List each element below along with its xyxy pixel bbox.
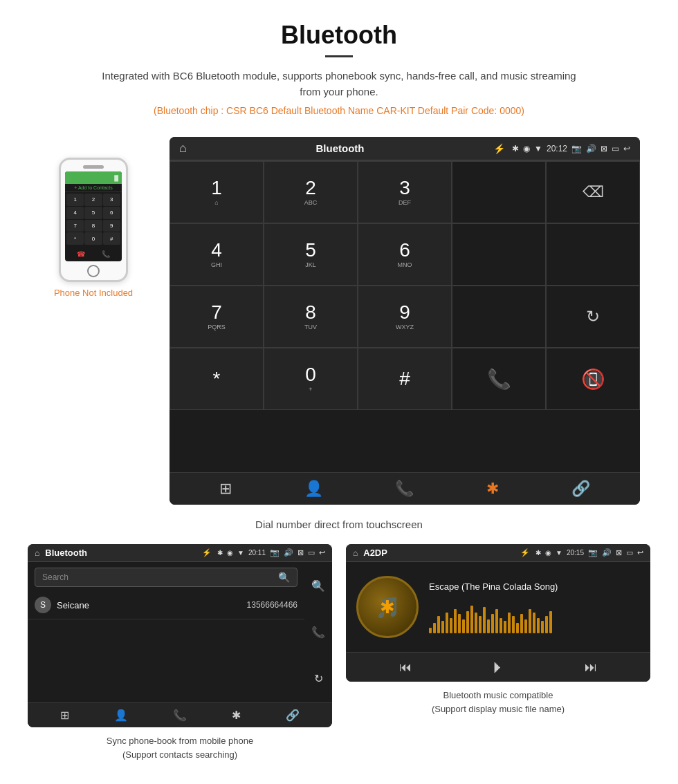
nav-grid-icon[interactable]: ⊞ xyxy=(219,480,232,498)
phone-add-contact: + Add to Contacts xyxy=(65,184,122,192)
signal-icon: ▼ xyxy=(534,144,542,153)
music-vol-icon[interactable]: 🔊 xyxy=(602,548,612,557)
play-pause-button[interactable]: ⏵ xyxy=(491,658,506,676)
pb-home-icon[interactable]: ⌂ xyxy=(35,548,39,558)
dial-key-5[interactable]: 5 JKL xyxy=(264,223,358,286)
dial-key-1[interactable]: 1 ⌂ xyxy=(170,161,264,223)
page-description: Integrated with BC6 Bluetooth module, su… xyxy=(97,68,581,100)
nav-link-icon[interactable]: 🔗 xyxy=(571,480,590,498)
pb-gps-icon: ◉ xyxy=(227,549,233,557)
phone-screen-top: ▓ xyxy=(65,171,122,184)
vis-bar-12 xyxy=(479,616,482,633)
dial-key-9[interactable]: 9 WXYZ xyxy=(358,286,452,348)
music-status-icons: ✱ ◉ ▼ 20:15 📷 🔊 ⊠ ▭ ↩ xyxy=(535,548,643,557)
phone-key-0: 0 xyxy=(84,232,102,245)
key-9-number: 9 xyxy=(399,303,410,322)
dial-key-8[interactable]: 8 TUV xyxy=(264,286,358,348)
dial-key-7[interactable]: 7 PQRS xyxy=(170,286,264,348)
music-time: 20:15 xyxy=(567,549,584,557)
phone-key-star: * xyxy=(66,232,84,245)
pb-nav-bluetooth[interactable]: ✱ xyxy=(232,709,241,722)
phone-signal-icon: ▓ xyxy=(114,175,118,181)
dial-key-3[interactable]: 3 DEF xyxy=(358,161,452,223)
pb-side-refresh-icon[interactable]: ↻ xyxy=(314,672,323,685)
music-info: Escape (The Pina Colada Song) xyxy=(429,581,640,633)
pb-nav-grid[interactable]: ⊞ xyxy=(60,709,69,722)
prev-track-button[interactable]: ⏮ xyxy=(399,660,412,675)
time-display: 20:12 xyxy=(547,144,567,153)
phone-key-hash: # xyxy=(103,232,120,245)
pb-side-call-icon[interactable]: 📞 xyxy=(311,626,325,639)
phonebook-content-row: Search 🔍 S Seicane 13566664466 🔍 📞 xyxy=(28,562,332,702)
window-icon[interactable]: ▭ xyxy=(612,144,619,153)
next-track-button[interactable]: ⏭ xyxy=(585,660,597,675)
pb-back-icon[interactable]: ↩ xyxy=(319,548,325,557)
dial-call-green-cell[interactable]: 📞 xyxy=(452,348,546,410)
key-1-letters: ⌂ xyxy=(214,199,218,206)
music-close-icon[interactable]: ⊠ xyxy=(616,548,622,557)
music-header: ⌂ A2DP ⚡ ✱ ◉ ▼ 20:15 📷 🔊 ⊠ ▭ ↩ xyxy=(346,544,650,562)
pb-nav-phone[interactable]: 📞 xyxy=(173,709,187,722)
nav-phone-icon[interactable]: 📞 xyxy=(395,480,414,498)
dial-key-0[interactable]: 0 + xyxy=(264,348,358,410)
car-dial-header: ⌂ Bluetooth ⚡ ✱ ◉ ▼ 20:12 📷 🔊 ⊠ ▭ ↩ xyxy=(170,137,640,160)
nav-bluetooth-icon[interactable]: ✱ xyxy=(486,480,499,498)
phone-key-9: 9 xyxy=(103,220,120,232)
pb-window-icon[interactable]: ▭ xyxy=(308,548,315,557)
dial-key-6[interactable]: 6 MNO xyxy=(358,223,452,286)
pb-nav-link[interactable]: 🔗 xyxy=(286,709,300,722)
dial-key-hash[interactable]: # xyxy=(358,348,452,410)
dial-empty-2 xyxy=(546,223,640,286)
music-camera-icon[interactable]: 📷 xyxy=(588,548,598,557)
phone-key-3: 3 xyxy=(103,194,120,206)
pb-side-search-icon[interactable]: 🔍 xyxy=(311,579,325,592)
phonebook-search-bar[interactable]: Search 🔍 xyxy=(35,568,297,587)
page-title: Bluetooth xyxy=(14,21,664,50)
phonebook-caption-line2: (Support contacts searching) xyxy=(122,749,237,760)
volume-icon[interactable]: 🔊 xyxy=(586,144,596,153)
phone-speaker xyxy=(83,165,104,169)
phonebook-caption: Sync phone-book from mobile phone (Suppo… xyxy=(103,727,257,761)
music-back-icon[interactable]: ↩ xyxy=(637,548,643,557)
dial-call-red-cell[interactable]: 📵 xyxy=(546,348,640,410)
dial-key-4[interactable]: 4 GHI xyxy=(170,223,264,286)
phone-key-4: 4 xyxy=(66,207,84,219)
phone-mockup-area: ▓ + Add to Contacts 1 2 3 4 5 6 7 8 9 * … xyxy=(38,137,149,298)
key-9-letters: WXYZ xyxy=(396,324,414,330)
key-7-letters: PQRS xyxy=(208,324,226,330)
dial-refresh-cell[interactable]: ↻ xyxy=(546,286,640,348)
nav-contacts-icon[interactable]: 👤 xyxy=(304,480,323,498)
pb-close-icon[interactable]: ⊠ xyxy=(297,548,304,557)
back-icon[interactable]: ↩ xyxy=(623,144,630,153)
pb-nav-user[interactable]: 👤 xyxy=(114,709,128,722)
vis-bar-7 xyxy=(458,614,461,633)
pb-volume-icon[interactable]: 🔊 xyxy=(284,548,293,557)
dial-key-star[interactable]: * xyxy=(170,348,264,410)
pb-camera-icon[interactable]: 📷 xyxy=(270,548,280,557)
phonebook-screen: ⌂ Bluetooth ⚡ ✱ ◉ ▼ 20:11 📷 🔊 ⊠ ▭ ↩ xyxy=(28,544,332,727)
vis-bar-21 xyxy=(516,623,519,633)
music-home-icon[interactable]: ⌂ xyxy=(353,548,358,558)
usb-icon: ⚡ xyxy=(493,143,505,154)
vis-bar-25 xyxy=(533,613,535,633)
contact-name: Seicane xyxy=(57,600,247,610)
key-5-number: 5 xyxy=(305,241,316,260)
dial-key-2[interactable]: 2 ABC xyxy=(264,161,358,223)
key-7-number: 7 xyxy=(211,303,222,322)
vis-bar-2 xyxy=(437,616,440,633)
pb-bluetooth-icon: ✱ xyxy=(217,549,223,557)
vis-bar-5 xyxy=(450,618,452,633)
vis-bar-17 xyxy=(500,618,502,633)
key-8-number: 8 xyxy=(305,303,316,322)
pb-time: 20:11 xyxy=(248,549,266,557)
car-dial-title: Bluetooth xyxy=(194,142,486,154)
contact-item[interactable]: S Seicane 13566664466 xyxy=(28,591,304,619)
camera-icon[interactable]: 📷 xyxy=(571,144,582,153)
title-divider xyxy=(325,55,353,57)
dial-backspace-cell[interactable]: ⌫ xyxy=(546,161,640,223)
car-dial-bottom-nav: ⊞ 👤 📞 ✱ 🔗 xyxy=(170,472,640,505)
close-icon[interactable]: ⊠ xyxy=(601,144,607,153)
music-window-icon[interactable]: ▭ xyxy=(626,548,633,557)
home-icon[interactable]: ⌂ xyxy=(179,141,187,156)
phone-screen: ▓ + Add to Contacts 1 2 3 4 5 6 7 8 9 * … xyxy=(65,171,122,261)
